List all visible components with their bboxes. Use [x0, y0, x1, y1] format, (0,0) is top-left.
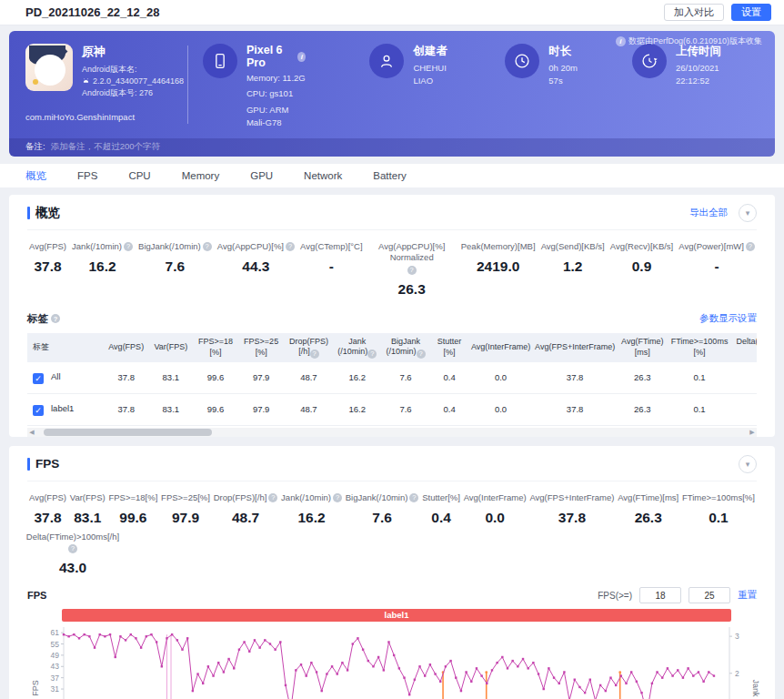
svg-text:55: 55 [51, 640, 60, 649]
app-icon [25, 44, 73, 91]
overview-metric: Avg(Recv)[KB/s]0.9 [610, 241, 674, 298]
svg-text:Jank: Jank [751, 680, 760, 698]
table-cell: 26.3 [617, 362, 668, 394]
column-header: Avg(FPS+InterFrame) [533, 333, 617, 362]
overview-metric: Avg(CTemp)[°C]- [300, 241, 363, 298]
note-label: 备注: [25, 141, 45, 153]
history-icon [640, 52, 658, 70]
collapse-fps-button[interactable]: ▾ [739, 455, 757, 473]
add-compare-button[interactable]: 加入对比 [664, 4, 724, 21]
param-display-settings-link[interactable]: 参数显示设置 [699, 312, 757, 325]
tab-FPS[interactable]: FPS [77, 170, 97, 181]
table-cell: 7.6 [381, 393, 430, 425]
row-checkbox[interactable]: ✓ [33, 405, 44, 416]
overview-metric-value: 16.2 [72, 258, 133, 275]
column-header: FTime>=100ms[%] [668, 333, 731, 362]
duration-value: 0h 20m 57s [548, 62, 579, 88]
fps-title: FPS [35, 457, 59, 471]
table-cell: 43.0 [731, 393, 757, 425]
tab-Network[interactable]: Network [304, 170, 342, 181]
overview-metric: Avg(FPS)37.8 [29, 241, 66, 298]
table-cell: 97.9 [238, 393, 284, 425]
table-cell: 99.6 [193, 393, 238, 425]
clock-icon [513, 52, 531, 70]
collapse-overview-button[interactable]: ▾ [739, 204, 757, 222]
app-name: 原神 [82, 44, 184, 60]
help-icon[interactable]: ? [310, 350, 319, 359]
table-cell: 0.0 [468, 362, 533, 394]
fps-chart[interactable]: 61554943373124181260321000:0001:0302:060… [27, 622, 766, 699]
duration-label: 时长 [548, 44, 579, 59]
fps-metrics-row1: Avg(FPS)37.8Var(FPS)83.1FPS>=18[%]99.6FP… [27, 481, 757, 530]
table-cell: 48.7 [284, 393, 333, 425]
device-cpu: CPU: gs101 [246, 87, 306, 100]
overview-card: 概览 导出全部 ▾ Avg(FPS)37.8Jank(/10min)?16.2B… [9, 195, 775, 437]
row-checkbox[interactable]: ✓ [33, 373, 44, 384]
android-icon [82, 77, 90, 86]
tab-Memory[interactable]: Memory [182, 170, 220, 181]
scroll-thumb[interactable] [44, 429, 212, 436]
app-info: 原神 Android版本名: 2.2.0_4340077_4464168 And… [25, 44, 184, 122]
creator-value: CHEHUI LIAO [413, 62, 452, 88]
app-version-name-label: Android版本名: [82, 64, 184, 76]
device-info-icon[interactable]: i [297, 52, 306, 62]
overview-metric-value: 37.8 [29, 258, 66, 275]
table-cell: 16.2 [334, 393, 381, 425]
help-icon[interactable]: ? [124, 242, 133, 251]
device-memory: Memory: 11.2G [246, 72, 306, 85]
tab-Battery[interactable]: Battery [373, 170, 406, 181]
export-all-link[interactable]: 导出全部 [689, 207, 728, 219]
fps-metric: Jank(/10min)?16.2 [281, 492, 342, 526]
table-cell: 0.4 [430, 362, 468, 394]
threshold-high-input[interactable] [689, 587, 730, 603]
fps-metric-value: 48.7 [214, 510, 278, 526]
table-cell: 99.6 [193, 362, 238, 394]
help-icon[interactable]: ? [203, 242, 212, 251]
svg-text:61: 61 [51, 628, 60, 637]
scroll-left-icon[interactable]: ◀ [27, 429, 36, 436]
threshold-label: FPS(>=) [598, 591, 632, 601]
help-icon[interactable]: ? [746, 242, 755, 251]
table-cell: 16.2 [334, 362, 381, 394]
overview-metrics: Avg(FPS)37.8Jank(/10min)?16.2BigJank(/10… [27, 230, 757, 310]
overview-metric: Peak(Memory)[MB]2419.0 [461, 241, 536, 298]
table-cell: 0.4 [430, 393, 468, 425]
column-header: Drop(FPS)[/h]? [284, 333, 333, 362]
overview-metric: Avg(Power)[mW]?- [678, 241, 755, 298]
overview-metric: Avg(Send)[KB/s]1.2 [541, 241, 605, 298]
report-title: PD_20211026_22_12_28 [25, 5, 159, 19]
tab-GPU[interactable]: GPU [250, 170, 273, 181]
fps-metric: BigJank(/10min)?7.6 [346, 492, 419, 526]
note-bar[interactable]: 备注: 添加备注，不超过200个字符 [9, 138, 775, 157]
scroll-right-icon[interactable]: ▶ [748, 429, 757, 436]
help-icon[interactable]: ? [409, 493, 418, 502]
table-cell: 37.8 [533, 362, 617, 394]
help-icon[interactable]: ? [367, 350, 377, 359]
settings-button[interactable]: 设置 [731, 4, 771, 21]
help-icon[interactable]: ? [68, 544, 77, 553]
help-icon[interactable]: ? [51, 314, 60, 323]
tab-概览[interactable]: 概览 [25, 169, 46, 183]
fps-metric: Avg(FPS+InterFrame)37.8 [529, 492, 614, 526]
reset-link[interactable]: 重置 [738, 589, 757, 602]
tab-CPU[interactable]: CPU [128, 170, 150, 181]
report-banner: i 数据由PerfDog(6.0.210910)版本收集 原神 Android版… [9, 31, 775, 157]
fps-metric: Avg(FPS)37.8 [29, 492, 66, 526]
overview-metric: Avg(AppCPU)[%] Normalized?26.3 [368, 241, 456, 298]
help-icon[interactable]: ? [407, 266, 417, 275]
table-hscrollbar[interactable]: ◀ ▶ [27, 428, 757, 437]
svg-text:FPS: FPS [31, 681, 40, 697]
help-icon[interactable]: ? [333, 493, 342, 502]
fps-metric-value: 0.0 [464, 510, 527, 526]
overview-metric-value: 44.3 [217, 258, 295, 275]
help-icon[interactable]: ? [268, 493, 277, 502]
row-label: label1 [51, 403, 74, 413]
table-cell: 37.8 [104, 393, 149, 425]
overview-metric: Jank(/10min)?16.2 [72, 241, 133, 298]
help-icon[interactable]: ? [417, 350, 426, 359]
table-cell: 37.8 [104, 362, 149, 394]
threshold-low-input[interactable] [639, 587, 681, 603]
overview-metric-value: 2419.0 [461, 258, 536, 275]
chart-title: FPS [27, 590, 46, 601]
help-icon[interactable]: ? [286, 242, 295, 251]
